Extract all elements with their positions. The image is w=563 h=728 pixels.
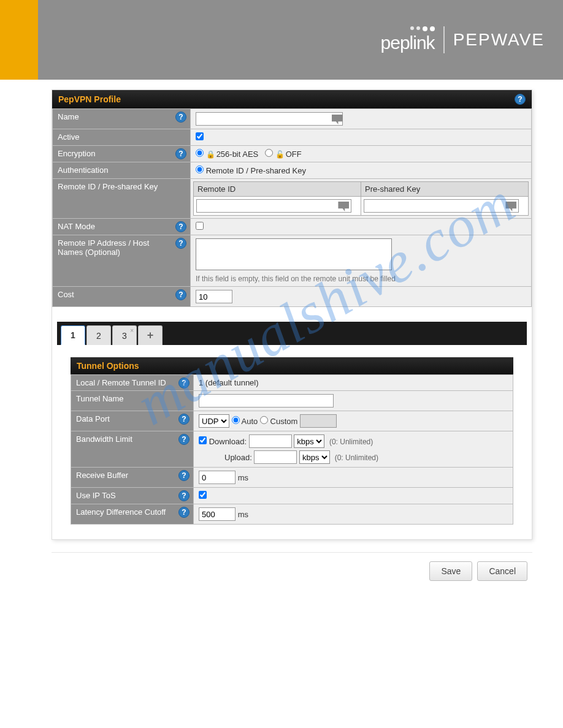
- tunnel-id-label: Local / Remote Tunnel ID: [76, 378, 181, 387]
- save-button[interactable]: Save: [429, 561, 472, 581]
- logo-dot-icon: [416, 26, 420, 30]
- psk-input[interactable]: [364, 199, 519, 213]
- psk-header: Pre-shared Key: [361, 182, 529, 197]
- remote-ip-label: Remote IP Address / Host Names (Optional…: [58, 238, 185, 257]
- auth-label: Authentication: [58, 165, 123, 175]
- encryption-off-radio[interactable]: [265, 149, 273, 157]
- tunnel-section-title: Tunnel Options: [71, 357, 513, 374]
- banner-main: peplink PEPWAVE: [38, 0, 563, 80]
- download-unit-select[interactable]: kbps: [294, 434, 324, 448]
- nat-mode-checkbox[interactable]: [196, 222, 204, 230]
- remote-id-header: Remote ID: [194, 182, 361, 197]
- brand-logo: peplink PEPWAVE: [381, 26, 545, 53]
- unlock-icon: [275, 150, 286, 159]
- help-icon[interactable]: ?: [175, 148, 186, 159]
- latency-label: Latency Difference Cutoff: [76, 507, 180, 517]
- help-icon[interactable]: ?: [178, 414, 190, 425]
- help-icon[interactable]: ?: [175, 112, 186, 123]
- data-port-custom-option[interactable]: Custom: [260, 417, 297, 426]
- logo-dot-icon: [423, 26, 427, 31]
- pepvpn-panel: PepVPN Profile ? Name? Active Encryption…: [52, 89, 532, 540]
- help-icon[interactable]: ?: [175, 238, 186, 249]
- help-icon[interactable]: ?: [175, 221, 186, 232]
- logo-dot-icon: [430, 26, 435, 31]
- tab-add[interactable]: +: [138, 325, 163, 345]
- tunnel-form: Local / Remote Tunnel ID? 1 (default tun…: [71, 374, 513, 525]
- ip-tos-checkbox[interactable]: [199, 491, 207, 499]
- profile-title-text: PepVPN Profile: [58, 94, 121, 104]
- nat-mode-label: NAT Mode: [58, 222, 110, 231]
- upload-input[interactable]: [254, 450, 297, 464]
- encryption-off-option[interactable]: OFF: [265, 150, 302, 159]
- ip-tos-label: Use IP ToS: [76, 491, 131, 500]
- help-icon[interactable]: ?: [178, 377, 190, 389]
- remote-psk-table: Remote ID Pre-shared Key: [193, 181, 529, 216]
- remote-id-input[interactable]: [196, 199, 351, 213]
- remote-psk-label: Remote ID / Pre-shared Key: [58, 182, 172, 191]
- profile-section-title: PepVPN Profile ?: [52, 90, 532, 108]
- upload-label: Upload:: [224, 453, 252, 462]
- logo-dot-icon: [410, 26, 414, 30]
- receive-buffer-input[interactable]: [199, 471, 236, 484]
- tunnel-name-input[interactable]: [199, 394, 334, 408]
- button-row: Save Cancel: [52, 552, 532, 581]
- auth-option[interactable]: Remote ID / Pre-shared Key: [196, 166, 306, 175]
- profile-form: Name? Active Encryption? 256-bit AES OFF…: [52, 108, 532, 307]
- banner-accent: [0, 0, 38, 80]
- data-port-auto-option[interactable]: Auto: [232, 417, 258, 426]
- remote-ip-textarea[interactable]: [196, 238, 392, 270]
- name-label: Name: [58, 112, 94, 121]
- encryption-aes-radio[interactable]: [196, 149, 204, 157]
- help-icon[interactable]: ?: [175, 289, 186, 300]
- help-icon[interactable]: ?: [515, 94, 526, 105]
- cost-input[interactable]: [196, 290, 232, 303]
- download-input[interactable]: [249, 434, 292, 448]
- cancel-button[interactable]: Cancel: [477, 561, 527, 581]
- close-icon[interactable]: ×: [130, 327, 134, 334]
- data-port-custom-radio[interactable]: [260, 416, 268, 424]
- cost-label: Cost: [58, 290, 89, 299]
- help-icon[interactable]: ?: [178, 434, 190, 445]
- help-icon[interactable]: ?: [178, 490, 190, 501]
- header-banner: peplink PEPWAVE: [0, 0, 563, 80]
- encryption-aes-option[interactable]: 256-bit AES: [196, 150, 258, 159]
- brand-peplink: peplink: [381, 32, 435, 53]
- remote-ip-hint: If this field is empty, this field on th…: [196, 275, 526, 283]
- tab-1[interactable]: 1: [61, 325, 85, 345]
- download-note: (0: Unlimited): [329, 438, 373, 446]
- tunnel-id-value: 1 (default tunnel): [199, 378, 259, 387]
- brand-separator: [443, 26, 445, 53]
- auth-radio[interactable]: [196, 165, 204, 173]
- help-icon[interactable]: ?: [178, 470, 190, 481]
- upload-note: (0: Unlimited): [335, 453, 378, 462]
- lock-icon: [206, 150, 216, 159]
- bandwidth-label: Bandwidth Limit: [76, 434, 147, 444]
- latency-input[interactable]: [199, 507, 236, 521]
- data-port-auto-radio[interactable]: [232, 416, 240, 424]
- tab-3[interactable]: 3×: [112, 325, 137, 345]
- receive-buffer-label: Receive Buffer: [76, 471, 143, 480]
- tabs-bar: 1 2 3× +: [57, 322, 527, 345]
- tunnel-title-text: Tunnel Options: [77, 361, 139, 371]
- receive-buffer-unit: ms: [238, 473, 248, 482]
- help-icon[interactable]: ?: [178, 507, 190, 518]
- upload-unit-select[interactable]: kbps: [299, 450, 330, 464]
- bandwidth-checkbox[interactable]: [199, 436, 207, 444]
- data-port-custom-input[interactable]: [300, 414, 337, 428]
- active-checkbox[interactable]: [196, 132, 204, 140]
- brand-pepwave: PEPWAVE: [453, 30, 545, 50]
- active-label: Active: [58, 132, 94, 142]
- name-input[interactable]: [196, 112, 343, 126]
- data-port-label: Data Port: [76, 414, 124, 423]
- download-label: Download:: [209, 437, 247, 446]
- tab-2[interactable]: 2: [86, 325, 111, 345]
- tunnel-name-label: Tunnel Name: [76, 394, 139, 403]
- latency-unit: ms: [238, 510, 248, 519]
- data-port-proto-select[interactable]: UDP: [199, 414, 229, 428]
- encryption-label: Encryption: [58, 149, 110, 158]
